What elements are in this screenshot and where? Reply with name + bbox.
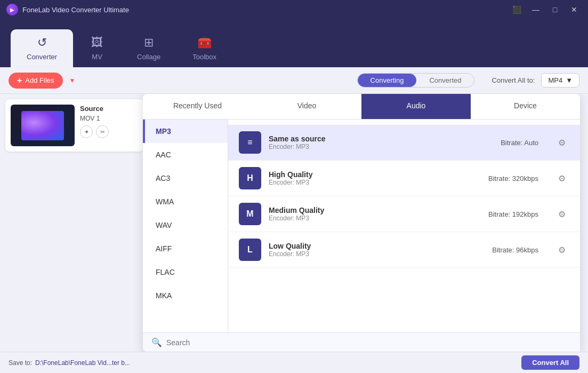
plus-icon: + [17,76,22,85]
quality-settings-btn-high[interactable]: ⚙ [554,171,569,186]
format-tabs: Recently Used Video Audio Device [143,94,580,120]
format-item-wav[interactable]: WAV [143,213,228,237]
file-card: Source MOV 1 ✦ ✂ [5,99,144,152]
collage-icon: ⊞ [144,36,154,50]
toolbar: + Add Files ▼ Converting Converted Conve… [0,67,588,94]
quality-icon-same: ≡ [239,131,261,154]
quality-encoder-same: Encoder: MP3 [269,143,493,150]
minimize-button[interactable]: — [528,4,543,15]
quality-icon-high: H [239,167,261,189]
quality-bitrate-medium: Bitrate: 192kbps [488,210,547,218]
save-path: D:\FoneLab\FoneLab Vid...ter b... [35,359,521,367]
quality-option-medium[interactable]: M Medium Quality Encoder: MP3 Bitrate: 1… [228,196,580,232]
quality-info-same: Same as source Encoder: MP3 [269,134,493,150]
quality-option-low[interactable]: L Low Quality Encoder: MP3 Bitrate: 96kb… [228,232,580,268]
search-bar: 🔍 [143,332,580,352]
nav-bar: ↺ Converter 🖼 MV ⊞ Collage 🧰 Toolbox [0,19,588,67]
nav-item-converter[interactable]: ↺ Converter [11,29,73,67]
add-files-dropdown[interactable]: ▼ [69,77,76,84]
file-info: Source MOV 1 ✦ ✂ [80,105,139,138]
format-tab-audio[interactable]: Audio [361,94,471,119]
format-tab-video[interactable]: Video [252,94,361,119]
convert-format-button[interactable]: MP4 ▼ [541,73,579,88]
format-list: MP3 AAC AC3 WMA WAV AIFF [143,120,228,332]
mv-icon: 🖼 [91,36,103,50]
thumbnail-image [21,111,64,140]
format-item-ac3[interactable]: AC3 [143,166,228,190]
quality-name-medium: Medium Quality [269,206,481,215]
quality-info-medium: Medium Quality Encoder: MP3 [269,206,481,222]
quality-name-same: Same as source [269,134,493,143]
quality-option-same-as-source[interactable]: ≡ Same as source Encoder: MP3 Bitrate: A… [228,125,580,161]
search-icon: 🔍 [151,337,162,347]
format-list-area: MP3 AAC AC3 WMA WAV AIFF [143,120,580,332]
tab-converting[interactable]: Converting [358,74,417,87]
convert-format-value: MP4 [548,76,562,84]
nav-label-mv: MV [92,53,102,61]
format-item-mp3[interactable]: MP3 [143,120,228,143]
quality-encoder-high: Encoder: MP3 [269,179,481,186]
nav-label-toolbox: Toolbox [192,53,216,61]
format-dropdown: Recently Used Video Audio Device MP3 [143,94,580,352]
file-actions: ✦ ✂ [80,125,139,138]
quality-name-low: Low Quality [269,242,485,250]
file-cut-button[interactable]: ✂ [96,125,109,138]
quality-name-high: High Quality [269,170,481,179]
quality-option-high[interactable]: H High Quality Encoder: MP3 Bitrate: 320… [228,161,580,196]
quality-options: ≡ Same as source Encoder: MP3 Bitrate: A… [228,120,580,332]
quality-icon-low: L [239,239,261,261]
nav-label-converter: Converter [27,53,57,61]
maximize-button[interactable]: □ [547,4,562,15]
title-bar: ▶ FoneLab Video Converter Ultimate ⬛ — □… [0,0,588,19]
format-item-aac[interactable]: AAC [143,143,228,166]
quality-bitrate-low: Bitrate: 96kbps [492,246,547,254]
file-star-button[interactable]: ✦ [80,125,93,138]
quality-settings-btn-medium[interactable]: ⚙ [554,207,569,221]
convert-all-button[interactable]: Convert All [521,355,579,370]
quality-settings-btn-low[interactable]: ⚙ [554,242,569,257]
format-item-flac[interactable]: FLAC [143,260,228,284]
app-icon: ▶ [6,4,18,15]
main-area: + Add Files ▼ Converting Converted Conve… [0,67,588,373]
nav-label-collage: Collage [137,53,160,61]
quality-bitrate-same: Bitrate: Auto [501,139,547,147]
file-source-label: Source [80,105,139,113]
window-controls: ⬛ — □ ✕ [509,4,582,15]
format-tab-device[interactable]: Device [471,94,580,119]
nav-item-toolbox[interactable]: 🧰 Toolbox [176,29,232,67]
tab-converted[interactable]: Converted [416,74,474,87]
chevron-down-icon: ▼ [566,76,573,84]
nav-item-collage[interactable]: ⊞ Collage [121,29,176,67]
quality-info-low: Low Quality Encoder: MP3 [269,242,485,258]
content-area: Source MOV 1 ✦ ✂ Recently Us [0,94,588,352]
file-panel: Source MOV 1 ✦ ✂ [0,94,149,352]
converter-icon: ↺ [37,36,47,50]
subtitle-button[interactable]: ⬛ [509,4,524,15]
bottom-bar: Save to: D:\FoneLab\FoneLab Vid...ter b.… [0,352,588,373]
add-files-label: Add Files [25,76,54,84]
save-to-label: Save to: [9,359,32,367]
format-item-mka[interactable]: MKA [143,284,228,307]
quality-encoder-medium: Encoder: MP3 [269,215,481,222]
toolbox-icon: 🧰 [197,36,212,50]
quality-settings-btn-same[interactable]: ⚙ [554,135,569,150]
nav-item-mv[interactable]: 🖼 MV [73,29,121,67]
format-tab-recently-used[interactable]: Recently Used [143,94,252,119]
file-format: MOV 1 [80,115,139,122]
quality-info-high: High Quality Encoder: MP3 [269,170,481,186]
quality-icon-medium: M [239,203,261,225]
format-item-wma[interactable]: WMA [143,190,228,213]
tab-group: Converting Converted [357,73,475,88]
app-title: FoneLab Video Converter Ultimate [22,6,509,14]
quality-bitrate-high: Bitrate: 320kbps [488,174,547,182]
convert-all-label: Convert All to: [492,76,535,84]
close-button[interactable]: ✕ [567,4,582,15]
format-item-aiff[interactable]: AIFF [143,237,228,260]
file-thumbnail [11,105,75,146]
search-input[interactable] [166,338,571,347]
add-files-button[interactable]: + Add Files [9,73,63,89]
quality-encoder-low: Encoder: MP3 [269,250,485,258]
